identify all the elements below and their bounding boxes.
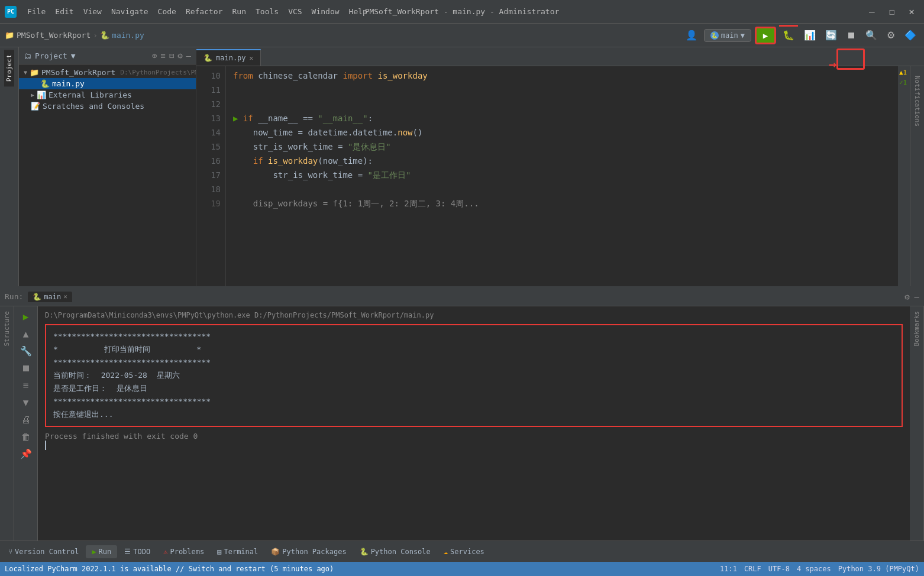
sidebar-tab-project[interactable]: Project (4, 50, 14, 86)
notifications-tab[interactable]: Notifications (912, 71, 922, 131)
python-version[interactable]: Python 3.9 (PMPyQt) (838, 565, 919, 573)
code-line-15: str_is_work_time = "是休息日" (233, 140, 891, 154)
tree-root-folder[interactable]: ▼ 📁 PMSoft_WorkRport D:\PythonProjects\P… (19, 67, 196, 78)
maximize-button[interactable]: ☐ (884, 5, 900, 18)
tree-item-ext-libs[interactable]: ▶ 📊 External Libraries (19, 89, 196, 101)
gear-icon[interactable]: ⚙ (177, 51, 182, 60)
locate-icon[interactable]: ⊕ (152, 51, 157, 60)
run-wrench-btn[interactable]: 🔧 (19, 344, 33, 358)
breadcrumb-sep: › (93, 31, 98, 40)
output-line-2: * 打印当前时间 * (53, 343, 894, 356)
minimize-button[interactable]: — (864, 5, 880, 18)
toolbar: 📁 PMSoft_WorkRport › 🐍 main.py 👤 🐍 main … (0, 24, 924, 47)
collapse-icon[interactable]: ≡ (160, 51, 165, 60)
indent-setting[interactable]: 4 spaces (797, 565, 831, 573)
project-label: Project (35, 51, 67, 60)
run-pin-btn[interactable]: 📌 (19, 447, 33, 461)
ide-icon: PC (5, 6, 17, 18)
terminal-icon: ▤ (217, 548, 221, 556)
run-tab-icon: 🐍 (33, 293, 41, 301)
project-dropdown-icon[interactable]: ▼ (71, 51, 76, 60)
tab-terminal[interactable]: ▤ Terminal (211, 545, 264, 558)
code-content[interactable]: from chinese_calendar import is_workday … (226, 66, 898, 286)
structure-tab[interactable]: Structure (2, 306, 12, 351)
output-line-7: 按任意键退出... (53, 408, 894, 421)
menu-code[interactable]: Code (154, 6, 180, 17)
code-editor[interactable]: 10 11 12 13 14 15 16 17 18 19 from chine… (196, 66, 924, 286)
menu-edit[interactable]: Edit (51, 6, 77, 17)
tab-problems[interactable]: ⚠ Problems (157, 545, 210, 558)
run-up-btn[interactable]: ▲ (22, 327, 30, 341)
menu-window[interactable]: Window (308, 6, 343, 17)
run-stop-btn[interactable]: ⏹ (20, 361, 32, 375)
scratches-label: Scratches and Consoles (43, 102, 144, 111)
coverage-button[interactable]: 🔄 (822, 28, 840, 42)
tree-item-scratches[interactable]: 📝 Scratches and Consoles (19, 101, 196, 112)
search-button[interactable]: 🔍 (862, 28, 880, 42)
run-config-label: main (721, 31, 738, 40)
output-line-5: 是否是工作日： 是休息日 (53, 382, 894, 395)
menu-run[interactable]: Run (229, 6, 250, 17)
run-settings-icon[interactable]: ⚙ (904, 292, 909, 302)
tab-version-control[interactable]: ⑂ Version Control (2, 545, 85, 558)
bookmarks-tab[interactable]: Bookmarks (912, 306, 922, 351)
menu-view[interactable]: View (80, 6, 105, 17)
encoding[interactable]: UTF-8 (768, 565, 790, 573)
run-print-btn[interactable]: 🖨 (20, 413, 32, 426)
run-scroll-btn[interactable]: ≡ (22, 378, 30, 392)
tab-python-packages[interactable]: 📦 Python Packages (265, 545, 352, 558)
run-body: Structure ▶ ▲ 🔧 ⏹ ≡ ▼ 🖨 🗑 📌 D:\ProgramDa… (0, 306, 924, 541)
notifications-sidebar: Notifications (910, 66, 924, 286)
pycharm-icon[interactable]: 🔷 (902, 28, 919, 42)
menu-refactor[interactable]: Refactor (182, 6, 227, 17)
run-panel: Run: 🐍 main ✕ ⚙ — Structure ▶ ▲ 🔧 ⏹ ≡ ▼ (0, 286, 924, 541)
menu-navigate[interactable]: Navigate (108, 6, 152, 17)
minimize-panel-icon[interactable]: — (186, 51, 191, 60)
run-minimize-icon[interactable]: — (915, 292, 919, 302)
tree-arrow: ▼ (24, 69, 27, 76)
debug-button[interactable]: 🐛 (780, 28, 797, 42)
settings-button[interactable]: ⚙ (884, 28, 898, 42)
code-line-17: str_is_work_time = "是工作日" (233, 168, 891, 182)
run-trash-btn[interactable]: 🗑 (20, 430, 32, 444)
run-label: Run: (5, 292, 23, 301)
tab-todo[interactable]: ☰ TODO (118, 545, 156, 558)
run-play-button[interactable]: ▶ (755, 27, 776, 44)
cursor-position[interactable]: 11:1 (720, 565, 737, 573)
expand-icon[interactable]: ⊟ (169, 51, 174, 60)
stop-button[interactable]: ⏹ (844, 29, 859, 42)
run-tab-close[interactable]: ✕ (63, 293, 67, 300)
tab-close-button[interactable]: ✕ (250, 54, 254, 62)
menu-bar: File Edit View Navigate Code Refactor Ru… (24, 6, 371, 17)
tab-python-console[interactable]: 🐍 Python Console (354, 545, 437, 558)
breadcrumb-project[interactable]: PMSoft_WorkRport (17, 31, 91, 40)
account-button[interactable]: 👤 (683, 28, 700, 42)
run-tab-main[interactable]: 🐍 main ✕ (28, 292, 72, 302)
breadcrumb-file-icon: 🐍 (100, 31, 109, 40)
menu-vcs[interactable]: VCS (285, 6, 305, 17)
line-separator[interactable]: CRLF (744, 565, 761, 573)
run-tab-label: main (44, 293, 61, 301)
editor-tab-main-py[interactable]: 🐍 main.py ✕ (196, 49, 261, 66)
profile-button[interactable]: 📊 (801, 28, 819, 42)
code-line-13: ▶ if __name__ == "__main__" : (233, 111, 891, 125)
breadcrumb-file[interactable]: main.py (112, 31, 144, 40)
cursor (45, 441, 46, 450)
folder-icon: 🗂 (24, 51, 31, 60)
tab-run[interactable]: ▶ Run (86, 545, 117, 558)
status-message: Localized PyCharm 2022.1.1 is available … (5, 565, 713, 573)
code-line-10: from chinese_calendar import is_workday (233, 69, 891, 83)
run-play-sidebar-btn[interactable]: ▶ (22, 310, 30, 323)
tab-services[interactable]: ☁ Services (438, 545, 490, 558)
root-folder-label: PMSoft_WorkRport (41, 68, 115, 77)
packages-icon: 📦 (271, 548, 280, 556)
console-label: Python Console (371, 548, 431, 556)
run-config-button[interactable]: 🐍 main ▼ (704, 29, 751, 42)
todo-label: TODO (133, 548, 150, 556)
run-down-btn[interactable]: ▼ (22, 396, 30, 409)
close-button[interactable]: ✕ (904, 5, 919, 18)
menu-file[interactable]: File (24, 6, 49, 17)
tree-item-main-py[interactable]: 🐍 main.py (19, 78, 196, 89)
menu-tools[interactable]: Tools (252, 6, 282, 17)
git-icon: ⑂ (8, 548, 12, 556)
